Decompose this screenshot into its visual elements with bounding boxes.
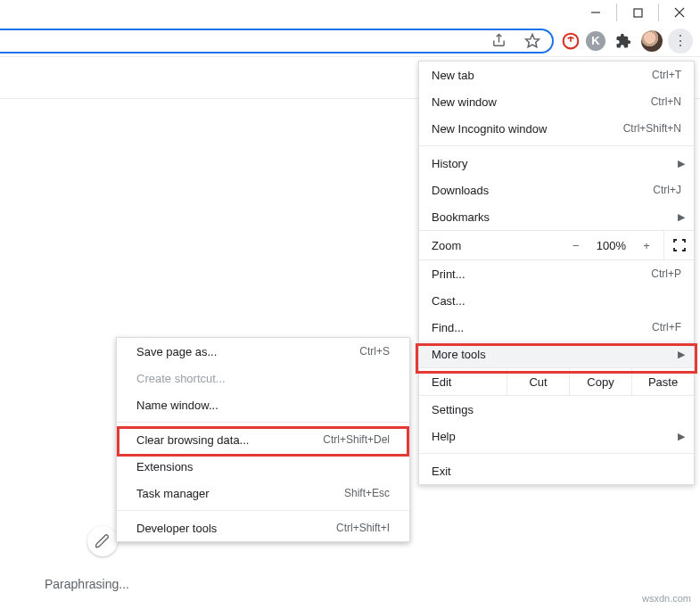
- maximize-button[interactable]: [617, 0, 658, 25]
- menu-help[interactable]: Help ▶: [419, 423, 694, 449]
- menu-label: New window: [432, 95, 651, 109]
- menu-label: Help: [432, 430, 681, 443]
- menu-label: Bookmarks: [432, 210, 681, 224]
- edit-cut-button[interactable]: Cut: [506, 368, 569, 395]
- close-button[interactable]: [659, 0, 700, 25]
- minimize-button[interactable]: [575, 0, 616, 25]
- menu-label: Name window...: [136, 399, 390, 412]
- menu-shortcut: Ctrl+T: [652, 69, 681, 81]
- fullscreen-button[interactable]: [663, 230, 694, 260]
- zoom-value: 100%: [597, 239, 626, 252]
- chevron-right-icon: ▶: [678, 158, 685, 169]
- edit-paste-button[interactable]: Paste: [631, 368, 694, 395]
- menu-label: Extensions: [136, 460, 390, 473]
- menu-shortcut: Ctrl+Shift+I: [336, 522, 390, 534]
- menu-separator: [117, 510, 409, 511]
- submenu-task-manager[interactable]: Task manager Shift+Esc: [117, 480, 409, 506]
- zoom-controls: − 100% +: [568, 239, 655, 252]
- menu-separator: [419, 145, 694, 146]
- zoom-in-button[interactable]: +: [638, 239, 655, 252]
- submenu-name-window[interactable]: Name window...: [117, 391, 409, 418]
- menu-label: Print...: [432, 267, 651, 281]
- menu-label: More tools: [432, 348, 681, 361]
- svg-marker-4: [526, 34, 539, 46]
- zoom-label: Zoom: [432, 239, 568, 252]
- menu-more-tools[interactable]: More tools ▶: [419, 341, 694, 367]
- menu-label: History: [432, 157, 681, 170]
- menu-new-tab[interactable]: New tab Ctrl+T: [419, 62, 694, 88]
- menu-label: Save page as...: [136, 345, 359, 358]
- star-icon[interactable]: [520, 29, 545, 53]
- menu-bookmarks[interactable]: Bookmarks ▶: [419, 203, 694, 230]
- menu-shortcut: Ctrl+S: [359, 345, 390, 358]
- chevron-right-icon: ▶: [678, 211, 685, 223]
- submenu-extensions[interactable]: Extensions: [117, 453, 409, 480]
- menu-shortcut: Ctrl+N: [651, 95, 681, 108]
- toolbar-actions: K ⋮: [561, 29, 700, 53]
- menu-label: Find...: [432, 321, 652, 334]
- submenu-clear-browsing-data[interactable]: Clear browsing data... Ctrl+Shift+Del: [117, 426, 409, 453]
- address-bar[interactable]: [0, 29, 554, 53]
- menu-label: Task manager: [136, 487, 344, 500]
- menu-shortcut: Ctrl+P: [651, 267, 681, 280]
- menu-downloads[interactable]: Downloads Ctrl+J: [419, 177, 694, 203]
- status-text: Paraphrasing...: [45, 577, 129, 591]
- menu-zoom: Zoom − 100% +: [419, 230, 694, 260]
- menu-label: Cast...: [432, 294, 681, 308]
- menu-label: Developer tools: [136, 522, 336, 535]
- menu-separator: [419, 453, 694, 454]
- menu-label: New Incognito window: [432, 122, 623, 136]
- menu-edit: Edit Cut Copy Paste: [419, 367, 694, 396]
- more-tools-submenu: Save page as... Ctrl+S Create shortcut..…: [116, 337, 410, 542]
- menu-shortcut: Ctrl+Shift+N: [623, 122, 681, 135]
- menu-shortcut: Shift+Esc: [344, 487, 390, 499]
- menu-print[interactable]: Print... Ctrl+P: [419, 260, 694, 287]
- menu-exit[interactable]: Exit: [419, 457, 694, 484]
- watermark: wsxdn.com: [642, 593, 691, 604]
- edit-copy-button[interactable]: Copy: [569, 368, 631, 395]
- menu-new-incognito[interactable]: New Incognito window Ctrl+Shift+N: [419, 115, 694, 142]
- submenu-create-shortcut[interactable]: Create shortcut...: [117, 365, 409, 391]
- menu-history[interactable]: History ▶: [419, 150, 694, 177]
- edit-pen-icon[interactable]: [87, 526, 118, 556]
- share-icon[interactable]: [486, 29, 511, 53]
- menu-button[interactable]: ⋮: [668, 29, 693, 53]
- menu-settings[interactable]: Settings: [419, 396, 694, 423]
- chevron-right-icon: ▶: [678, 431, 685, 442]
- window-controls: [575, 0, 700, 25]
- extension-k-icon[interactable]: K: [586, 31, 605, 51]
- submenu-save-page[interactable]: Save page as... Ctrl+S: [117, 338, 409, 365]
- menu-separator: [117, 422, 409, 423]
- menu-shortcut: Ctrl+Shift+Del: [323, 433, 390, 446]
- submenu-developer-tools[interactable]: Developer tools Ctrl+Shift+I: [117, 514, 409, 541]
- chevron-right-icon: ▶: [678, 349, 685, 360]
- menu-label: Downloads: [432, 184, 653, 197]
- menu-label: New tab: [432, 69, 652, 82]
- user-avatar[interactable]: [641, 30, 663, 52]
- menu-label: Exit: [432, 465, 681, 478]
- edit-label: Edit: [419, 368, 506, 395]
- menu-label: Create shortcut...: [136, 372, 390, 385]
- menu-find[interactable]: Find... Ctrl+F: [419, 314, 694, 341]
- extensions-icon[interactable]: [611, 29, 636, 53]
- menu-shortcut: Ctrl+J: [653, 184, 681, 196]
- menu-label: Clear browsing data...: [136, 433, 323, 447]
- menu-new-window[interactable]: New window Ctrl+N: [419, 88, 694, 115]
- extension-red-icon[interactable]: [561, 31, 581, 51]
- zoom-out-button[interactable]: −: [568, 239, 584, 252]
- browser-toolbar: K ⋮: [0, 25, 700, 57]
- main-menu: New tab Ctrl+T New window Ctrl+N New Inc…: [418, 61, 695, 485]
- menu-cast[interactable]: Cast...: [419, 287, 694, 314]
- menu-shortcut: Ctrl+F: [652, 321, 681, 333]
- svg-rect-1: [634, 9, 642, 17]
- menu-label: Settings: [432, 403, 681, 416]
